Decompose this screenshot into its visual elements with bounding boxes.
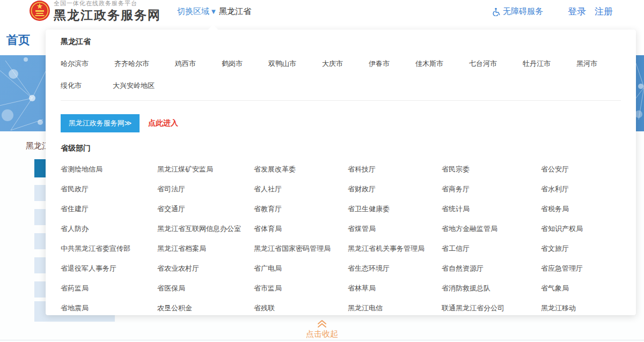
platform-label: 全国一体化在线政务服务平台 [54, 0, 161, 7]
wheelchair-icon [492, 8, 501, 16]
department-row: 省退役军人事务厅省农业农村厅省广电局省生态环境厅省自然资源厅省应急管理厅 [61, 258, 621, 278]
department-link[interactable]: 省应急管理厅 [541, 264, 621, 273]
department-link[interactable]: 省水利厅 [541, 184, 621, 194]
department-link[interactable]: 农垦公积金 [157, 303, 254, 313]
double-chevron-up-icon [316, 319, 328, 329]
site-header: 全国一体化在线政务服务平台 黑龙江政务服务网 切换区域▼ 黑龙江省 无障碍服务 … [0, 0, 644, 26]
background-page-heading: 黑龙江省 [26, 141, 46, 152]
department-link[interactable]: 黑龙江移动 [541, 303, 621, 313]
city-link[interactable]: 伊春市 [369, 59, 390, 69]
city-link[interactable]: 黑河市 [576, 59, 597, 69]
department-link[interactable]: 联通黑龙江省分公司 [442, 303, 541, 313]
department-link[interactable]: 省住建厅 [61, 204, 157, 214]
department-link[interactable]: 省药监局 [61, 284, 157, 293]
city-link[interactable]: 齐齐哈尔市 [114, 59, 149, 69]
departments-section-title: 省级部门 [61, 144, 621, 153]
department-link[interactable]: 省广电局 [254, 264, 348, 273]
region-switch-panel: 黑龙江省 哈尔滨市齐齐哈尔市鸡西市鹤岗市双鸭山市大庆市伊春市佳木斯市七台河市牡丹… [46, 29, 636, 315]
department-link[interactable]: 省地震局 [61, 303, 157, 313]
department-link[interactable]: 省交通厅 [157, 204, 254, 214]
department-link[interactable]: 省民政厅 [61, 184, 157, 194]
department-link[interactable]: 省市监局 [254, 284, 348, 293]
department-link[interactable]: 省税务局 [541, 204, 621, 214]
department-row: 省民政厅省司法厅省人社厅省财政厅省商务厅省水利厅 [61, 179, 621, 199]
city-link[interactable]: 鹤岗市 [222, 59, 243, 69]
department-link[interactable]: 省退役军人事务厅 [61, 264, 157, 273]
switch-region-label: 切换区域 [177, 6, 209, 16]
accessibility-label: 无障碍服务 [503, 6, 543, 17]
city-link[interactable]: 绥化市 [61, 81, 82, 91]
department-link[interactable]: 黑龙江省国家密码管理局 [254, 244, 348, 254]
department-link[interactable]: 省商务厅 [442, 184, 541, 194]
register-link[interactable]: 注册 [595, 5, 613, 18]
department-link[interactable]: 省生态环境厅 [348, 264, 442, 273]
department-link[interactable]: 黑龙江煤矿安监局 [157, 165, 254, 174]
department-link[interactable]: 黑龙江省互联网信息办公室 [157, 224, 254, 234]
accessibility-service-link[interactable]: 无障碍服务 [492, 6, 543, 17]
department-row: 省药监局省医保局省市监局省林草局省消防救援总队省气象局 [61, 278, 621, 298]
department-link[interactable]: 省体育局 [254, 224, 348, 234]
national-emblem-logo [29, 0, 50, 26]
department-row: 省人防办黑龙江省互联网信息办公室省体育局省煤管局省地方金融监管局省知识产权局 [61, 219, 621, 239]
department-link[interactable]: 省司法厅 [157, 184, 254, 194]
department-link[interactable]: 省知识产权局 [541, 224, 621, 234]
department-row: 中共黑龙江省委宣传部黑龙江省档案局黑龙江省国家密码管理局黑龙江省机关事务管理局省… [61, 239, 621, 258]
divider [0, 340, 644, 340]
department-link[interactable]: 黑龙江省机关事务管理局 [348, 244, 442, 254]
department-link[interactable]: 省科技厅 [348, 165, 442, 174]
department-link[interactable]: 省人社厅 [254, 184, 348, 194]
header-actions: 无障碍服务 登录 注册 [492, 5, 613, 18]
switch-region-button[interactable]: 切换区域▼ [177, 6, 216, 17]
collapse-panel-button[interactable]: 点击收起 [0, 319, 644, 339]
department-row: 省住建厅省交通厅省教育厅省卫生健康委省统计局省税务局 [61, 199, 621, 219]
enter-here-hint: 点此进入 [148, 118, 178, 128]
department-link[interactable]: 黑龙江省档案局 [157, 244, 254, 254]
city-links-row: 哈尔滨市齐齐哈尔市鸡西市鹤岗市双鸭山市大庆市伊春市佳木斯市七台河市牡丹江市黑河市 [61, 59, 597, 69]
portal-entry-row: 黑龙江政务服务网≫ 点此进入 [61, 114, 621, 132]
department-link[interactable]: 省民宗委 [442, 165, 541, 174]
current-region-label: 黑龙江省 [219, 6, 251, 17]
department-link[interactable]: 省文旅厅 [541, 244, 621, 254]
city-link[interactable]: 大兴安岭地区 [113, 81, 155, 91]
department-link[interactable]: 省工信厅 [442, 244, 541, 254]
department-link[interactable]: 省农业农村厅 [157, 264, 254, 273]
department-link[interactable]: 省气象局 [541, 284, 621, 293]
department-link[interactable]: 省财政厅 [348, 184, 442, 194]
department-link[interactable]: 省残联 [254, 303, 348, 313]
nav-home-link[interactable]: 首页 [6, 32, 30, 48]
city-link[interactable]: 佳木斯市 [415, 59, 443, 69]
department-link[interactable]: 省教育厅 [254, 204, 348, 214]
department-link[interactable]: 省医保局 [157, 284, 254, 293]
departments-grid: 省测绘地信局黑龙江煤矿安监局省发展改革委省科技厅省民宗委省公安厅省民政厅省司法厅… [61, 159, 621, 318]
city-link[interactable]: 七台河市 [469, 59, 497, 69]
site-title: 黑龙江政务服务网 [54, 7, 161, 23]
city-link[interactable]: 大庆市 [322, 59, 343, 69]
department-link[interactable]: 省煤管局 [348, 224, 442, 234]
site-title-block: 全国一体化在线政务服务平台 黑龙江政务服务网 [54, 0, 161, 23]
province-section-title: 黑龙江省 [61, 37, 621, 47]
department-link[interactable]: 省卫生健康委 [348, 204, 442, 214]
department-link[interactable]: 省发展改革委 [254, 165, 348, 174]
department-link[interactable]: 省公安厅 [541, 165, 621, 174]
panel-notch [208, 25, 218, 29]
department-link[interactable]: 省地方金融监管局 [442, 224, 541, 234]
department-link[interactable]: 省人防办 [61, 224, 157, 234]
department-link[interactable]: 黑龙江电信 [348, 303, 442, 313]
department-row: 省测绘地信局黑龙江煤矿安监局省发展改革委省科技厅省民宗委省公安厅 [61, 159, 621, 179]
city-link[interactable]: 哈尔滨市 [61, 59, 89, 69]
department-link[interactable]: 中共黑龙江省委宣传部 [61, 244, 157, 254]
department-link[interactable]: 省自然资源厅 [442, 264, 541, 273]
department-link[interactable]: 省消防救援总队 [442, 284, 541, 293]
city-link[interactable]: 双鸭山市 [268, 59, 296, 69]
department-row: 省地震局农垦公积金省残联黑龙江电信联通黑龙江省分公司黑龙江移动 [61, 298, 621, 318]
chevron-down-icon: ▼ [211, 9, 216, 14]
login-link[interactable]: 登录 [568, 5, 586, 18]
city-link[interactable]: 牡丹江市 [523, 59, 551, 69]
collapse-label: 点击收起 [0, 329, 644, 339]
department-link[interactable]: 省统计局 [442, 204, 541, 214]
city-link[interactable]: 鸡西市 [175, 59, 196, 69]
provincial-portal-button[interactable]: 黑龙江政务服务网≫ [61, 114, 140, 132]
department-link[interactable]: 省测绘地信局 [61, 165, 157, 174]
department-link[interactable]: 省林草局 [348, 284, 442, 293]
divider [61, 100, 621, 101]
